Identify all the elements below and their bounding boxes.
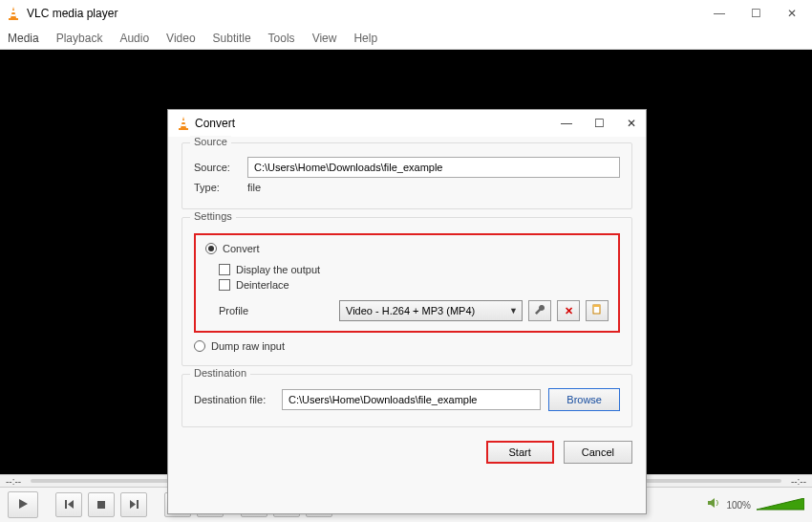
svg-rect-7 (179, 128, 188, 130)
minimize-button[interactable]: — (713, 7, 726, 20)
source-group-label: Source (190, 136, 231, 147)
delete-profile-button[interactable]: ✕ (557, 300, 580, 321)
vlc-main-window: VLC media player — ☐ ✕ Media Playback Au… (0, 0, 812, 522)
source-label: Source: (194, 162, 240, 173)
svg-rect-9 (593, 305, 600, 307)
deinterlace-checkbox[interactable]: Deinterlace (219, 279, 609, 291)
close-button[interactable]: ✕ (785, 7, 799, 20)
radio-selected-icon (205, 243, 217, 254)
svg-marker-25 (708, 498, 715, 508)
start-button[interactable]: Start (486, 441, 554, 464)
svg-rect-11 (65, 500, 67, 509)
wrench-icon (534, 304, 545, 317)
dump-raw-radio[interactable]: Dump raw input (194, 340, 620, 352)
skip-next-icon (129, 496, 139, 513)
menu-video[interactable]: Video (166, 32, 195, 45)
new-profile-button[interactable] (586, 300, 609, 321)
svg-marker-12 (68, 500, 74, 509)
maximize-button[interactable]: ☐ (749, 7, 762, 20)
video-area: Convert — ☐ ✕ Source Source: Type: (0, 50, 812, 474)
dialog-body: Source Source: Type: file Settings (168, 137, 646, 513)
menu-view[interactable]: View (312, 32, 337, 45)
svg-rect-13 (97, 501, 105, 509)
dialog-maximize-button[interactable]: ☐ (592, 117, 606, 130)
volume-control: 100% (707, 496, 804, 513)
main-window-buttons: — ☐ ✕ (713, 7, 799, 20)
svg-marker-10 (19, 499, 28, 509)
dump-raw-label: Dump raw input (211, 340, 285, 352)
chevron-down-icon: ▼ (509, 306, 518, 315)
dialog-titlebar: Convert — ☐ ✕ (168, 110, 646, 137)
settings-highlight: Convert Display the output Deinterlace P… (194, 233, 620, 333)
play-button[interactable] (8, 491, 38, 518)
vlc-cone-icon (6, 6, 21, 21)
new-profile-icon (591, 304, 603, 317)
stop-button[interactable] (88, 492, 115, 517)
checkbox-unchecked-icon (219, 279, 230, 291)
play-icon (17, 496, 29, 513)
skip-previous-icon (64, 496, 75, 513)
time-elapsed: --:-- (0, 476, 27, 487)
destination-group-label: Destination (190, 367, 250, 379)
deinterlace-label: Deinterlace (236, 279, 289, 291)
main-titlebar: VLC media player — ☐ ✕ (0, 0, 812, 27)
svg-rect-1 (11, 11, 15, 12)
convert-radio[interactable]: Convert (205, 243, 609, 254)
dialog-close-button[interactable]: ✕ (625, 117, 638, 130)
profile-label: Profile (219, 305, 333, 316)
menu-subtitle[interactable]: Subtitle (213, 32, 251, 45)
menu-help[interactable]: Help (353, 32, 377, 45)
browse-button[interactable]: Browse (548, 388, 620, 411)
volume-slider[interactable] (757, 498, 804, 511)
svg-marker-26 (757, 498, 804, 510)
time-total: --:-- (785, 476, 812, 487)
type-value: file (247, 182, 261, 193)
volume-percent: 100% (726, 500, 751, 511)
dialog-title: Convert (195, 117, 560, 130)
svg-rect-3 (9, 18, 18, 20)
previous-button[interactable] (55, 492, 82, 517)
menu-playback[interactable]: Playback (56, 32, 103, 45)
main-window-title: VLC media player (27, 7, 713, 20)
svg-rect-6 (182, 124, 186, 126)
destination-label: Destination file: (194, 394, 274, 405)
source-input[interactable] (247, 157, 620, 178)
menu-media[interactable]: Media (8, 32, 39, 45)
convert-dialog: Convert — ☐ ✕ Source Source: Type: (167, 109, 647, 514)
speaker-icon[interactable] (707, 496, 720, 513)
type-label: Type: (194, 182, 240, 193)
dialog-buttons: Start Cancel (182, 435, 632, 464)
next-button[interactable] (120, 492, 147, 517)
destination-input[interactable] (282, 389, 541, 410)
display-output-label: Display the output (236, 264, 320, 275)
dialog-minimize-button[interactable]: — (560, 117, 573, 130)
delete-x-icon: ✕ (565, 305, 573, 317)
settings-group-label: Settings (190, 210, 236, 222)
svg-rect-5 (182, 120, 185, 122)
menu-tools[interactable]: Tools (268, 32, 295, 45)
menu-audio[interactable]: Audio (119, 32, 149, 45)
radio-unselected-icon (194, 340, 205, 352)
vlc-cone-icon (176, 116, 191, 131)
checkbox-unchecked-icon (219, 264, 230, 275)
source-group: Source Source: Type: file (182, 142, 632, 209)
profile-value: Video - H.264 + MP3 (MP4) (346, 305, 475, 316)
stop-icon (96, 496, 106, 513)
destination-group: Destination Destination file: Browse (182, 374, 632, 427)
svg-rect-2 (11, 14, 16, 16)
svg-marker-14 (130, 500, 136, 509)
cancel-button[interactable]: Cancel (564, 441, 632, 464)
menubar: Media Playback Audio Video Subtitle Tool… (0, 27, 812, 50)
convert-radio-label: Convert (223, 243, 260, 254)
edit-profile-button[interactable] (528, 300, 551, 321)
svg-rect-15 (137, 500, 139, 509)
settings-group: Settings Convert Display the output (182, 217, 632, 366)
display-output-checkbox[interactable]: Display the output (219, 264, 609, 275)
profile-select[interactable]: Video - H.264 + MP3 (MP4) ▼ (339, 300, 523, 321)
